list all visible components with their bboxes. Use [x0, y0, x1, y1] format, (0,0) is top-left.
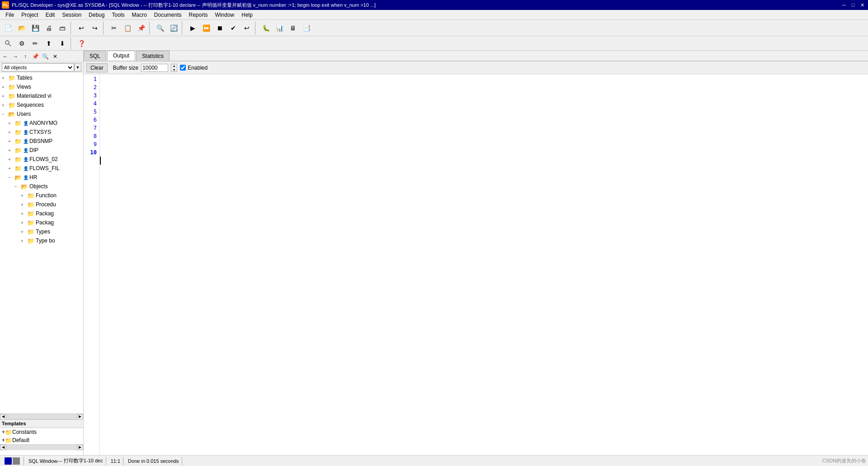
replace-button[interactable]: 🔄	[167, 22, 180, 34]
minimize-button[interactable]: ─	[840, 1, 848, 9]
execute-button[interactable]: ▶	[186, 22, 199, 34]
tree-node-tables[interactable]: + 📁 Tables	[0, 73, 83, 82]
tree-hscroll[interactable]: ◀ ▶	[0, 414, 83, 419]
tab-sql[interactable]: SQL	[84, 51, 106, 61]
tree-node-anonymo[interactable]: + 📁 👤 ANONYMO	[0, 119, 83, 128]
tree-node-packages[interactable]: + 📁 Packag	[0, 209, 83, 218]
menu-item-debug[interactable]: Debug	[85, 11, 108, 19]
close-panel-button[interactable]: ✕	[51, 52, 60, 61]
menu-item-reports[interactable]: Reports	[185, 11, 212, 19]
menu-item-edit[interactable]: Edit	[42, 11, 59, 19]
buffer-size-input[interactable]	[141, 64, 168, 72]
tscroll-right-button[interactable]: ▶	[77, 445, 83, 450]
menu-item-session[interactable]: Session	[58, 11, 85, 19]
print2-button[interactable]: 🗃	[56, 22, 69, 34]
tree-node-flows02[interactable]: + 📁 👤 FLOWS_02	[0, 155, 83, 164]
filter-dropdown-button[interactable]: ▼	[74, 63, 81, 71]
search-obj-button[interactable]	[2, 37, 14, 50]
menu-item-window[interactable]: Window	[212, 11, 238, 19]
tree-node-functions[interactable]: + 📁 Function	[0, 191, 83, 200]
scroll-track[interactable]	[6, 414, 77, 419]
maximize-button[interactable]: □	[849, 1, 857, 9]
stop-button[interactable]: ⏹	[213, 22, 226, 34]
undo-button[interactable]: ↩	[75, 22, 88, 34]
tree-node-hr[interactable]: − 📂 👤 HR	[0, 173, 83, 182]
folder-icon: 📁	[8, 93, 15, 99]
expand-icon: +	[2, 429, 5, 435]
auto-button[interactable]: 📑	[300, 22, 313, 34]
paste-button[interactable]: 📌	[135, 22, 147, 34]
commit-button[interactable]: ✔	[227, 22, 240, 34]
nav-up-button[interactable]: ↑	[21, 52, 30, 61]
new-button[interactable]: 📄	[2, 22, 14, 34]
gray-indicator	[13, 457, 20, 465]
line-num-2: 2	[84, 83, 99, 91]
move-down-button[interactable]: ⬇	[56, 37, 69, 50]
nav-forward-button[interactable]: →	[11, 52, 20, 61]
execute-step-button[interactable]: ⏩	[200, 22, 212, 34]
copy-button[interactable]: 📋	[121, 22, 134, 34]
spinner-down[interactable]: ▼	[171, 68, 177, 72]
redo-button[interactable]: ↪	[89, 22, 101, 34]
tree-node-sequences[interactable]: + 📁 Sequences	[0, 100, 83, 109]
menu-item-help[interactable]: Help	[238, 11, 256, 19]
tree-node-users[interactable]: − 📂 Users	[0, 109, 83, 119]
folder-icon: 📁	[27, 192, 34, 199]
save-button[interactable]: 💾	[29, 22, 42, 34]
tree-node-objects[interactable]: − 📂 Objects	[0, 182, 83, 191]
expand-icon: +	[8, 121, 14, 126]
filter-obj-button[interactable]: 🔍	[41, 52, 50, 61]
folder-icon: 📁	[27, 238, 34, 244]
tree-node-dip[interactable]: + 📁 👤 DIP	[0, 146, 83, 155]
print-button[interactable]: 🖨	[42, 22, 55, 34]
tree-node-flowsfil[interactable]: + 📁 👤 FLOWS_FIL	[0, 164, 83, 173]
scroll-right-button[interactable]: ▶	[77, 414, 83, 419]
tscroll-track[interactable]	[6, 445, 77, 450]
tree-node-type-bodies[interactable]: + 📁 Type bo	[0, 236, 83, 245]
node-label: Objects	[29, 183, 48, 190]
object-type-select[interactable]: All objects Tables Views Sequences	[2, 63, 74, 71]
rollback-button[interactable]: ↩	[241, 22, 253, 34]
tree-node-types[interactable]: + 📁 Types	[0, 227, 83, 236]
debug-button[interactable]: 🐛	[259, 22, 272, 34]
templates-hscroll[interactable]: ◀ ▶	[0, 444, 83, 450]
grid-button[interactable]: 📊	[273, 22, 286, 34]
template-node-default[interactable]: + 📁 Default	[0, 436, 83, 444]
tree-node-procedures[interactable]: + 📁 Procedu	[0, 200, 83, 209]
spinner-up[interactable]: ▲	[171, 64, 177, 68]
help-button[interactable]: ❓	[75, 37, 88, 50]
template-node-constants[interactable]: + 📁 Constants	[0, 428, 83, 436]
move-up-button[interactable]: ⬆	[42, 37, 55, 50]
separator6	[71, 37, 73, 50]
open-button[interactable]: 📂	[15, 22, 28, 34]
tree-node-matviews[interactable]: + 📁 Materialized vi	[0, 91, 83, 100]
cut-button[interactable]: ✂	[108, 22, 120, 34]
separator5	[255, 22, 258, 34]
menu-item-documents[interactable]: Documents	[151, 11, 185, 19]
bookmark-button[interactable]: 📌	[31, 52, 40, 61]
edit-obj-button[interactable]: ✏	[29, 37, 42, 50]
close-button[interactable]: ✕	[858, 1, 866, 9]
object-settings-button[interactable]: ⚙	[15, 37, 28, 50]
tree-node-dbsnmp[interactable]: + 📁 👤 DBSNMP	[0, 137, 83, 146]
find-button[interactable]: 🔍	[154, 22, 166, 34]
object-tree[interactable]: + 📁 Tables + 📁 Views + 📁 Materialized vi…	[0, 72, 83, 414]
buffer-spinner[interactable]: ▲ ▼	[171, 64, 177, 72]
scroll-left-button[interactable]: ◀	[0, 414, 6, 419]
menu-item-tools[interactable]: Tools	[108, 11, 128, 19]
enabled-checkbox[interactable]	[180, 65, 186, 71]
explain-button[interactable]: 🖥	[287, 22, 299, 34]
editor-area[interactable]	[101, 74, 868, 455]
tab-output[interactable]: Output	[107, 51, 135, 61]
line-num-7: 7	[84, 124, 99, 132]
tree-node-package-bodies[interactable]: + 📁 Packag	[0, 218, 83, 227]
nav-back-button[interactable]: ←	[1, 52, 10, 61]
tscroll-left-button[interactable]: ◀	[0, 445, 6, 450]
tab-statistics[interactable]: Statistics	[136, 51, 170, 61]
clear-button[interactable]: Clear	[86, 63, 108, 72]
tree-node-ctxsys[interactable]: + 📁 👤 CTXSYS	[0, 128, 83, 137]
tree-node-views[interactable]: + 📁 Views	[0, 82, 83, 91]
menu-item-file[interactable]: File	[2, 11, 18, 19]
menu-item-project[interactable]: Project	[18, 11, 42, 19]
menu-item-macro[interactable]: Macro	[128, 11, 150, 19]
